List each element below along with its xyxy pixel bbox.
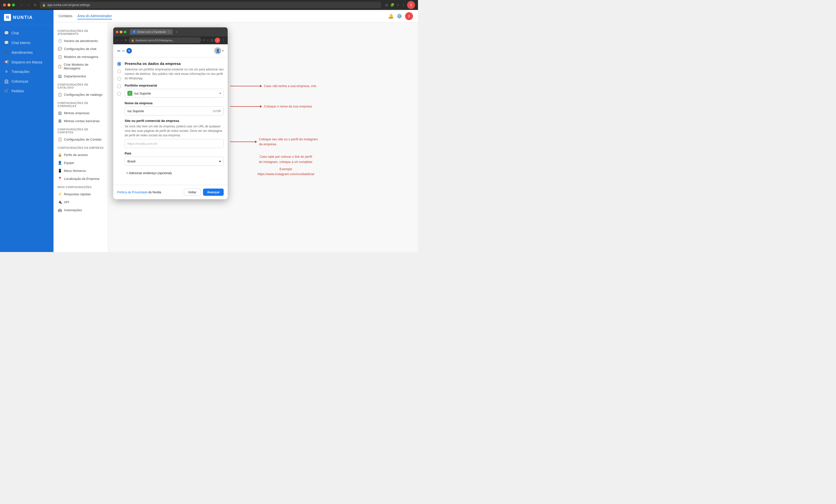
notifications-button[interactable]: 🔔	[388, 14, 394, 19]
tab-contatos[interactable]: Contatos	[58, 13, 72, 19]
sidebar-item-pedidos[interactable]: 🛒 Pedidos	[0, 86, 54, 96]
user-avatar-topbar[interactable]: I	[405, 12, 413, 20]
sidebar: N NUNTIA 💬 Chat 💬 Chat interno 🎧 Atendim…	[0, 10, 54, 252]
fb-close-btn[interactable]	[116, 31, 118, 33]
sidebar-item-chat[interactable]: 💬 Chat	[0, 28, 54, 38]
topbar-tabs: Contatos Área do Administrador	[58, 13, 112, 19]
chat-interno-icon: 💬	[4, 40, 9, 45]
site-description: Se você não tiver um site da empresa, po…	[125, 124, 224, 138]
modelos-icon: 📋	[57, 55, 62, 59]
country-field: País Brasil ▾	[125, 152, 224, 166]
automacoes-icon: 🤖	[57, 208, 62, 212]
settings-catalogo[interactable]: 📋 Configurações de catálogo	[54, 91, 108, 98]
privacy-link[interactable]: Política de Privacidade do Nuntia	[117, 191, 161, 194]
settings-respostas[interactable]: ⚡ Respostas rápidas	[54, 190, 108, 198]
fb-minimize-btn[interactable]	[120, 31, 122, 33]
fb-tab[interactable]: f Entrar com o Facebook ✕	[130, 29, 173, 35]
settings-equipe[interactable]: 👤 Equipe	[54, 159, 108, 167]
settings-modelos[interactable]: 📋 Modelos de mensagens	[54, 53, 108, 61]
radio-step-1[interactable]	[117, 62, 121, 66]
section-title-cobrancas: CONFIGURAÇÕES DE COBRANÇAS	[54, 98, 108, 109]
tab-area-admin[interactable]: Área do Administrador	[77, 13, 112, 19]
close-button[interactable]	[3, 3, 6, 6]
lock-icon: 🔒	[42, 3, 46, 7]
section-title-mais: MAIS CONFIGURAÇÕES	[54, 182, 108, 190]
user-avatar[interactable]: I	[407, 1, 415, 9]
settings-localizacao[interactable]: 📍 Localização da Empresa	[54, 175, 108, 182]
sidebar-item-cobrancas[interactable]: 🏦 Cobranças	[0, 76, 54, 86]
settings-automacoes[interactable]: 🤖 Automações	[54, 206, 108, 214]
minimize-button[interactable]	[7, 3, 11, 6]
fb-new-tab[interactable]: +	[176, 30, 178, 34]
company-name-input[interactable]: Ius Suporte 11/100	[125, 106, 224, 115]
fb-dialog[interactable]: f Entrar com o Facebook ✕ + ← → ↻ 🔒	[113, 27, 228, 199]
fb-url-box[interactable]: 🔒 facebook.com/v19.0/dialog/oa...	[129, 37, 201, 43]
country-select[interactable]: Brasil ▾	[125, 157, 224, 166]
perfis-icon: 🔒	[57, 153, 62, 157]
next-button-fb[interactable]: Avançar	[203, 189, 224, 196]
fb-address-bar: ← → ↻ 🔒 facebook.com/v19.0/dialog/oa... …	[113, 36, 228, 44]
settings-departamentos[interactable]: 🏢 Departamentos	[54, 72, 108, 80]
settings-contas[interactable]: 🏦 Minhas contas bancárias	[54, 117, 108, 125]
fb-maximize-btn[interactable]	[124, 31, 127, 33]
settings-criar-modelos[interactable]: 📋 Criar Modelos de Mensagens	[54, 61, 108, 72]
section-title-atendimento: CONFIGURAÇÕES DE ATENDIMENTO	[54, 26, 108, 37]
sidebar-item-label: Chat interno	[12, 41, 30, 45]
back-button[interactable]: ←	[19, 2, 24, 7]
company-name-value: Ius Suporte	[127, 109, 144, 113]
menu-icon[interactable]: ⋮	[402, 3, 405, 7]
sidebar-item-transacoes[interactable]: ≡ Transações	[0, 67, 54, 76]
sidebar-item-label: Transações	[12, 70, 30, 74]
privacy-link-text[interactable]: Política de Privacidade	[117, 191, 148, 194]
sidebar-nav: 💬 Chat 💬 Chat interno 🎧 Atendimentos 📢 D…	[0, 25, 54, 252]
fb-traffic-lights	[116, 31, 127, 33]
settings-empresas[interactable]: 🏢 Minhas empresas	[54, 109, 108, 117]
portfolio-field: Portfólio empresarial I Ius Suporte ▾	[125, 83, 224, 98]
radio-step-4[interactable]	[117, 84, 121, 88]
add-address-button[interactable]: + Adicionar endereço (opcional)	[125, 169, 224, 177]
reload-button[interactable]: ↻	[33, 2, 38, 7]
site-url-input[interactable]: https://nuntia.com.br/	[125, 139, 224, 148]
bookmark-icon[interactable]: ☆	[396, 3, 400, 7]
annotation-4: Caso opte por colocar o link do perfil d…	[258, 154, 314, 177]
portfolio-select[interactable]: I Ius Suporte ▾	[125, 89, 224, 98]
settings-horario[interactable]: 🕐 Horário de atendimento	[54, 37, 108, 45]
sidebar-item-atendimentos[interactable]: 🎧 Atendimentos	[0, 47, 54, 57]
bookmark-icon-fb[interactable]: ☆	[207, 39, 209, 42]
fb-more-btn[interactable]: ⋮	[222, 38, 225, 42]
settings-panel: CONFIGURAÇÕES DE ATENDIMENTO 🕐 Horário d…	[54, 22, 108, 252]
settings-config-contato[interactable]: 📋 Configurações de Contato	[54, 135, 108, 143]
fb-tab-close[interactable]: ✕	[168, 31, 170, 33]
sidebar-item-disparos[interactable]: 📢 Disparos em Massa	[0, 57, 54, 67]
add-address-label: + Adicionar endereço (opcional)	[126, 171, 172, 175]
settings-api[interactable]: 🔌 API	[54, 198, 108, 206]
fb-back-btn[interactable]: ←	[116, 39, 119, 42]
content-row: CONFIGURAÇÕES DE ATENDIMENTO 🕐 Horário d…	[54, 22, 418, 252]
forward-button[interactable]: →	[26, 2, 31, 7]
browser-navigation: ← → ↻	[19, 2, 38, 7]
settings-chat-config[interactable]: 💬 Configurações de chat	[54, 45, 108, 53]
sidebar-item-label: Chat	[12, 31, 19, 35]
address-bar[interactable]: 🔒 app.nuntia.com.br/geral-settings	[40, 2, 381, 8]
maximize-button[interactable]	[12, 3, 15, 6]
radio-step-2[interactable]	[117, 70, 121, 73]
site-field: Site ou perfil comercial da empresa Se v…	[125, 119, 224, 148]
sidebar-item-chat-interno[interactable]: 💬 Chat interno	[0, 38, 54, 47]
settings-button[interactable]: ⚙️	[397, 14, 402, 19]
settings-perfis[interactable]: 🔒 Perfis de acesso	[54, 151, 108, 159]
section-title-empresa: CONFIGURAÇÕES DA EMPRESA	[54, 143, 108, 151]
settings-numeros[interactable]: 📱 Meus Números	[54, 167, 108, 175]
fb-forward-btn[interactable]: →	[120, 39, 123, 42]
section-title-contatos: CONFIGURAÇÕES DE CONTATOS	[54, 125, 108, 135]
sidebar-item-label: Atendimentos	[12, 51, 33, 55]
arrow-line-1	[230, 86, 260, 86]
fb-reload-btn[interactable]: ↻	[125, 39, 127, 42]
browser-chrome: ← → ↻ 🔒 app.nuntia.com.br/geral-settings…	[0, 0, 418, 10]
radio-step-5[interactable]	[117, 92, 121, 96]
sidebar-item-label: Pedidos	[12, 89, 24, 93]
radio-step-3[interactable]	[117, 77, 121, 81]
back-button-fb[interactable]: Voltar	[184, 189, 201, 196]
fb-account-avatar: 👤	[214, 47, 221, 54]
fb-addr-icons: ↗ ☆ ⊡	[203, 39, 213, 42]
logo-icon: N	[4, 14, 11, 21]
